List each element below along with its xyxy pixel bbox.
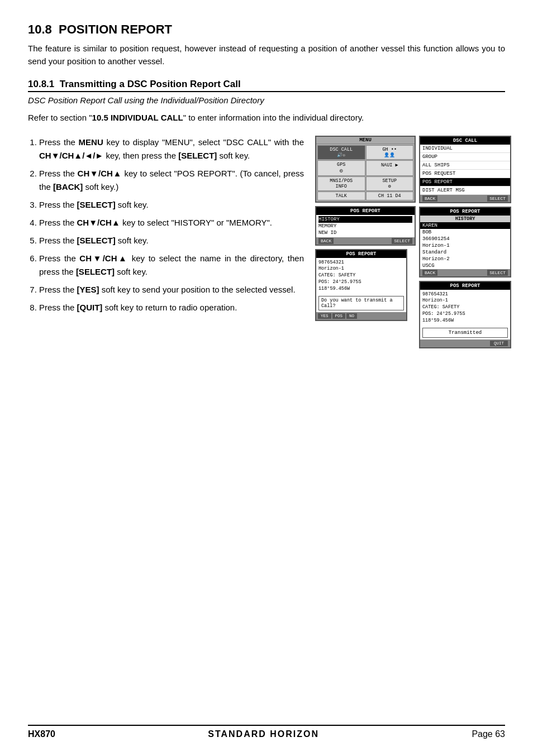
dsc-group: GROUP [420,153,510,161]
pos-detail-transmit-body: 987654321 Horizon-1 CATEG: SAFETY POS: 2… [316,258,406,294]
menu-screen: MENU DSC CALL🔊☼ GH ••👤👤 GPS⊙ NAUI ▶ MNSI… [315,136,416,203]
pos-report-submenu-title: POS REPORT [316,207,415,215]
dsc-dist-alert: DIST ALERT MSG [420,186,510,195]
steps-column: Press the MENU key to display "MENU", se… [28,136,304,319]
pos-button[interactable]: POS [332,313,346,319]
transmit-prompt-text: Do you want to transmit a Call? [321,298,393,309]
select-btn-history[interactable]: SELECT [487,270,508,276]
step-4: Press the CH▼/CH▲ key to select "HISTORY… [39,216,304,229]
dsc-individual: INDIVIDUAL [420,145,510,153]
select-btn-dsc[interactable]: SELECT [487,195,508,202]
pos-categ-1: CATEG: SAFETY [318,272,404,279]
back-btn-history[interactable]: BACK [422,270,437,276]
steps-list: Press the MENU key to display "MENU", se… [28,136,304,314]
dsc-pos-request: POS REQUEST [420,170,510,178]
step-3: Press the [SELECT] soft key. [39,198,304,212]
refer-text: Refer to section "10.5 INDIVIDUAL CALL" … [28,112,505,125]
pos-number-1: 987654321 [318,260,404,266]
menu-cell-gh: GH ••👤👤 [366,145,414,160]
pos-detail-transmit-title: POS REPORT [316,250,406,258]
pos-report-newid-row: NEW ID [318,229,412,236]
history-panel: POS REPORT HISTORY KAREN BOB 366901254 H… [419,207,511,277]
page-footer: HX870 STANDARD HORIZON Page 63 [28,725,505,739]
transmit-btn-row: YES POS NO [316,312,406,320]
step-1: Press the MENU key to display "MENU", se… [39,136,304,162]
pos-number-2: 987654321 [422,291,508,298]
section-title: 10.8 POSITION REPORT [28,22,505,37]
subsection-italic: DSC Position Report Call using the Indiv… [28,95,505,105]
menu-cell-mnsi: MNSI/POSINFO [317,176,365,191]
menu-cell-naui: NAUI ▶ [366,160,414,176]
back-btn-submenu[interactable]: BACK [318,238,334,244]
history-horizon2: Horizon-2 [420,256,510,262]
step-7: Press the [YES] soft key to send your po… [39,283,304,296]
yes-button[interactable]: YES [318,313,331,319]
step-8: Press the [QUIT] soft key to return to r… [39,301,304,314]
quit-button[interactable]: QUIT [490,341,508,346]
pos-categ-2: CATEG: SAFETY [422,304,508,311]
pos-pos2-1: 118°59.456W [318,286,404,293]
menu-screen-title: MENU [316,137,415,144]
footer-model: HX870 [28,729,55,739]
section-number: 10.8 [28,22,52,36]
step-5: Press the [SELECT] soft key. [39,234,304,247]
pos-line1-2: Horizon-1 [422,298,508,304]
dsc-pos-report: POS REPORT [420,178,510,186]
transmit-prompt-bubble: Do you want to transmit a Call? [318,296,404,310]
history-karen: KAREN [420,222,510,229]
pos-report-submenu-footer: BACK SELECT [316,237,415,245]
no-button[interactable]: NO [346,313,357,319]
subsection-title: 10.8.1 Transmitting a DSC Position Repor… [28,79,505,92]
left-diagram: MENU DSC CALL🔊☼ GH ••👤👤 GPS⊙ NAUI ▶ MNSI… [315,136,416,321]
step-2: Press the CH▼/CH▲ key to select "POS REP… [39,167,304,194]
menu-cell-gps: GPS⊙ [317,160,365,176]
history-uscg: USCG [420,262,510,269]
history-subtitle: HISTORY [420,216,510,222]
history-standard: Standard [420,249,510,256]
menu-cell-setup: SETUP⚙ [366,176,414,191]
history-panel-footer: BACK SELECT [420,269,510,276]
history-horizon1: Horizon-1 [420,242,510,249]
footer-page: Page 63 [472,729,505,739]
select-btn-submenu[interactable]: SELECT [392,238,412,244]
dsc-all-ships: ALL SHIPS [420,161,510,170]
menu-cell-ch: CH 11 D4 [366,192,414,200]
transmitted-box: Transmitted [422,328,508,338]
menu-grid: DSC CALL🔊☼ GH ••👤👤 GPS⊙ NAUI ▶ MNSI/POSI… [316,144,415,202]
menu-cell-dsc-call: DSC CALL🔊☼ [317,145,365,160]
dsc-panel-footer: BACK SELECT [420,195,510,202]
dsc-call-panel-title: DSC CALL [420,137,510,145]
pos-report-submenu-screen: POS REPORT HISTORY MEMORY NEW ID BACK SE… [315,206,416,246]
right-panels: DSC CALL INDIVIDUAL GROUP ALL SHIPS POS … [419,136,511,348]
subsection-main-title: Transmitting a DSC Position Report Call [60,79,241,89]
step-6: Press the CH▼/CH▲ key to select the name… [39,252,304,279]
back-btn-dsc[interactable]: BACK [422,195,437,202]
page: 10.8 POSITION REPORT The feature is simi… [0,0,533,382]
pos-pos-2: POS: 24°25.975S [422,311,508,318]
history-bob: BOB [420,229,510,236]
pos-line1-1: Horizon-1 [318,266,404,272]
section-intro: The feature is similar to position reque… [28,42,505,68]
quit-row: QUIT [420,339,510,347]
pos-report-history-row: HISTORY [318,216,412,223]
dsc-call-panel: DSC CALL INDIVIDUAL GROUP ALL SHIPS POS … [419,136,511,203]
transmitted-label: Transmitted [449,330,482,336]
section-main-title: POSITION REPORT [59,22,172,36]
history-panel-title: POS REPORT [420,208,510,216]
pos-report-final-screen: POS REPORT 987654321 Horizon-1 CATEG: SA… [419,281,511,348]
pos-report-transmit-screen: POS REPORT 987654321 Horizon-1 CATEG: SA… [315,249,407,321]
pos-pos-1: POS: 24°25.975S [318,279,404,286]
subsection-number: 10.8.1 [28,79,54,89]
pos-detail-final-title: POS REPORT [420,282,510,290]
pos-report-submenu-body: HISTORY MEMORY NEW ID [316,215,415,237]
pos-detail-final-body: 987654321 Horizon-1 CATEG: SAFETY POS: 2… [420,290,510,326]
footer-brand: STANDARD HORIZON [208,729,319,739]
diagrams-column: MENU DSC CALL🔊☼ GH ••👤👤 GPS⊙ NAUI ▶ MNSI… [315,136,505,348]
pos-pos2-2: 118°59.456W [422,318,508,324]
main-content: Press the MENU key to display "MENU", se… [28,136,505,348]
history-366: 366901254 [420,236,510,242]
menu-cell-talk: TALK [317,192,365,200]
pos-report-memory-row: MEMORY [318,223,412,229]
diagrams-wrapper: MENU DSC CALL🔊☼ GH ••👤👤 GPS⊙ NAUI ▶ MNSI… [315,136,505,348]
